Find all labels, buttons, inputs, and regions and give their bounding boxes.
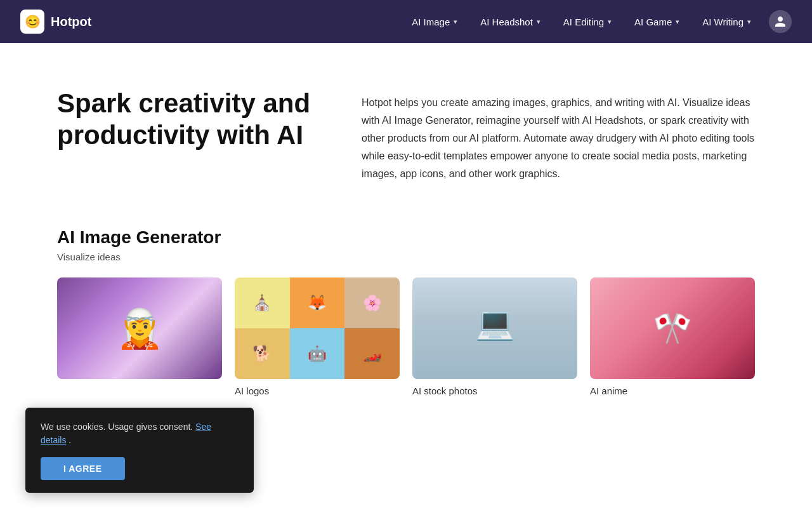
nav-items: AI Image ▾ AI Headshot ▾ AI Editing ▾ AI… [402, 10, 792, 34]
chevron-down-icon: ▾ [608, 18, 612, 26]
image-thumb-logos: ⛪ 🦊 🌸 🐕 🤖 🏎️ [235, 277, 400, 379]
nav-item-ai-editing[interactable]: AI Editing ▾ [553, 10, 622, 34]
section-subtitle: Visualize ideas [57, 251, 755, 262]
cookie-message: We use cookies. Usage gives consent. See… [41, 420, 239, 422]
user-icon [774, 15, 787, 28]
nav-label-ai-image: AI Image [412, 17, 450, 27]
logos-image: ⛪ 🦊 🌸 🐕 🤖 🏎️ [235, 277, 400, 379]
nav-label-ai-writing: AI Writing [702, 17, 743, 27]
image-card-logos[interactable]: ⛪ 🦊 🌸 🐕 🤖 🏎️ AI logos [235, 277, 400, 396]
nav-label-ai-headshot: AI Headshot [480, 17, 533, 27]
image-label-stock: AI stock photos [412, 385, 577, 396]
image-card-stock[interactable]: AI stock photos [412, 277, 577, 396]
logo-cell-4: 🐕 [235, 328, 290, 379]
ai-image-section: AI Image Generator Visualize ideas ⛪ 🦊 🌸… [0, 215, 812, 422]
logo-link[interactable]: 😊 Hotpot [20, 10, 91, 34]
image-card-fantasy[interactable] [57, 277, 222, 396]
nav-label-ai-game: AI Game [634, 17, 672, 27]
cookie-banner: We use cookies. Usage gives consent. See… [25, 408, 254, 422]
hero-right: Hotpot helps you create amazing images, … [362, 88, 761, 183]
hero-left: Spark creativity and productivity with A… [57, 88, 311, 164]
logo-cell-2: 🦊 [290, 277, 345, 328]
hero-description: Hotpot helps you create amazing images, … [362, 94, 761, 183]
nav-item-ai-game[interactable]: AI Game ▾ [624, 10, 690, 34]
image-label-anime: AI anime [590, 385, 755, 396]
chevron-down-icon: ▾ [676, 18, 679, 26]
fantasy-image [57, 277, 222, 379]
chevron-down-icon: ▾ [537, 18, 540, 26]
image-thumb-fantasy [57, 277, 222, 379]
chevron-down-icon: ▾ [747, 18, 751, 26]
logo-cell-6: 🏎️ [344, 328, 400, 379]
chevron-down-icon: ▾ [454, 18, 457, 26]
image-label-logos: AI logos [235, 385, 400, 396]
logo-cell-3: 🌸 [344, 277, 400, 328]
image-thumb-anime [590, 277, 755, 379]
image-card-anime[interactable]: AI anime [590, 277, 755, 396]
logo-cell-1: ⛪ [235, 277, 290, 328]
image-grid: ⛪ 🦊 🌸 🐕 🤖 🏎️ AI logos AI stock photos [57, 277, 755, 396]
stock-image [412, 277, 577, 379]
navbar: 😊 Hotpot AI Image ▾ AI Headshot ▾ AI Edi… [0, 0, 812, 43]
nav-item-ai-writing[interactable]: AI Writing ▾ [692, 10, 761, 34]
logo-emoji: 😊 [25, 14, 41, 29]
hero-section: Spark creativity and productivity with A… [0, 43, 812, 215]
nav-item-ai-headshot[interactable]: AI Headshot ▾ [470, 10, 551, 34]
user-account-button[interactable] [769, 10, 792, 33]
nav-item-ai-image[interactable]: AI Image ▾ [402, 10, 468, 34]
logo-cell-5: 🤖 [290, 328, 345, 379]
image-thumb-stock [412, 277, 577, 379]
nav-label-ai-editing: AI Editing [563, 17, 604, 27]
anime-image [590, 277, 755, 379]
logo-icon: 😊 [20, 10, 44, 34]
section-title: AI Image Generator [57, 227, 755, 248]
hero-title: Spark creativity and productivity with A… [57, 88, 311, 152]
logo-text: Hotpot [51, 15, 91, 29]
